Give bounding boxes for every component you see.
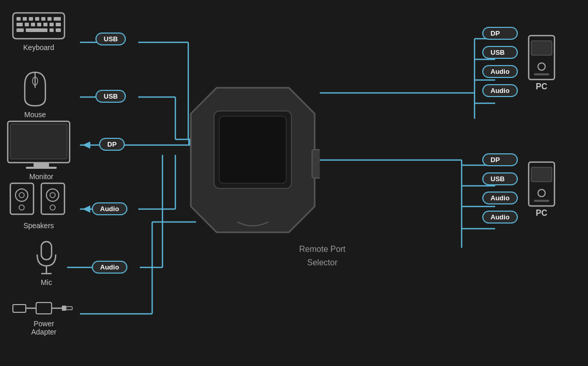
pc2-ports: DP USB Audio Audio bbox=[482, 152, 518, 225]
mic-label: Mic bbox=[41, 278, 52, 287]
pc1-audio2-badge: Audio bbox=[482, 84, 518, 97]
svg-rect-41 bbox=[54, 17, 61, 21]
svg-rect-75 bbox=[66, 307, 72, 310]
keyboard-device: Keyboard bbox=[10, 10, 67, 52]
svg-rect-58 bbox=[26, 167, 57, 169]
svg-rect-40 bbox=[47, 17, 52, 21]
svg-rect-67 bbox=[41, 242, 52, 260]
mic-audio-badge: Audio bbox=[92, 261, 127, 274]
svg-rect-47 bbox=[50, 23, 54, 26]
svg-rect-72 bbox=[36, 303, 52, 314]
pc1-unit: DP USB Audio Audio PC bbox=[482, 26, 557, 98]
pc1-audio1-badge: Audio bbox=[482, 65, 518, 78]
svg-rect-59 bbox=[10, 183, 34, 214]
svg-rect-39 bbox=[41, 17, 45, 21]
svg-rect-52 bbox=[56, 28, 61, 32]
monitor-device: Monitor bbox=[5, 119, 77, 181]
pc2-audio2-badge: Audio bbox=[482, 211, 518, 224]
svg-rect-44 bbox=[31, 23, 35, 26]
mouse-usb-badge: USB bbox=[95, 90, 126, 103]
svg-point-65 bbox=[50, 193, 55, 198]
svg-rect-86 bbox=[534, 200, 549, 202]
kvm-svg bbox=[186, 83, 320, 243]
svg-point-62 bbox=[19, 205, 24, 210]
mouse-label: Mouse bbox=[24, 110, 46, 119]
pc1-label: PC bbox=[536, 82, 547, 91]
power-label1: Power bbox=[34, 320, 54, 328]
speakers-icon bbox=[8, 181, 70, 219]
monitor-icon bbox=[5, 119, 77, 170]
svg-rect-50 bbox=[26, 28, 47, 32]
svg-rect-48 bbox=[56, 23, 61, 26]
keyboard-icon bbox=[10, 10, 67, 41]
svg-point-64 bbox=[46, 189, 59, 201]
svg-rect-57 bbox=[34, 163, 49, 167]
svg-point-81 bbox=[538, 63, 545, 70]
speakers-label: Speakers bbox=[23, 221, 54, 230]
svg-rect-74 bbox=[62, 306, 66, 311]
speakers-device: Speakers bbox=[8, 181, 70, 230]
pc1-usb-badge: USB bbox=[482, 46, 518, 59]
svg-rect-77 bbox=[219, 116, 286, 183]
monitor-dp-badge: DP bbox=[99, 138, 125, 151]
pc2-tower-icon bbox=[526, 160, 557, 209]
svg-point-85 bbox=[538, 189, 545, 197]
pc2-usb-badge: USB bbox=[482, 172, 518, 185]
speakers-audio-badge: Audio bbox=[92, 202, 127, 215]
svg-rect-37 bbox=[29, 17, 33, 21]
power-label2: Adapter bbox=[31, 328, 56, 336]
svg-rect-49 bbox=[17, 28, 24, 32]
svg-rect-82 bbox=[534, 73, 549, 75]
svg-rect-42 bbox=[17, 23, 23, 26]
svg-rect-56 bbox=[10, 124, 67, 159]
svg-rect-38 bbox=[35, 17, 39, 21]
mic-device: Mic bbox=[34, 240, 59, 287]
svg-rect-43 bbox=[25, 23, 29, 26]
svg-rect-80 bbox=[531, 41, 552, 55]
pc2-dp-badge: DP bbox=[482, 153, 518, 166]
svg-point-61 bbox=[19, 193, 24, 198]
svg-rect-46 bbox=[43, 23, 47, 26]
mouse-icon bbox=[20, 70, 51, 108]
svg-rect-35 bbox=[17, 17, 21, 21]
monitor-label: Monitor bbox=[29, 172, 54, 181]
svg-rect-63 bbox=[41, 183, 64, 214]
keyboard-label: Keyboard bbox=[23, 43, 54, 52]
svg-rect-78 bbox=[312, 150, 320, 178]
mouse-device: Mouse bbox=[20, 70, 51, 119]
svg-rect-36 bbox=[23, 17, 27, 21]
svg-rect-45 bbox=[37, 23, 41, 26]
pc2-audio1-badge: Audio bbox=[482, 192, 518, 204]
kvm-unit bbox=[186, 83, 320, 237]
pc2-label: PC bbox=[536, 209, 547, 218]
power-device: Power Adapter bbox=[10, 299, 77, 336]
svg-rect-51 bbox=[50, 28, 54, 32]
remote-port-selector-label: Remote Port Selector bbox=[299, 243, 346, 269]
svg-rect-84 bbox=[531, 167, 552, 182]
diagram-container: Keyboard Mouse Monitor bbox=[0, 0, 588, 366]
pc1-tower-icon bbox=[526, 33, 557, 82]
svg-marker-15 bbox=[83, 205, 90, 213]
svg-point-66 bbox=[50, 205, 55, 210]
pc1-dp-badge: DP bbox=[482, 27, 518, 40]
svg-rect-70 bbox=[13, 305, 26, 312]
power-icon bbox=[10, 299, 77, 317]
svg-point-60 bbox=[15, 189, 28, 201]
kb-usb-badge: USB bbox=[95, 33, 126, 45]
svg-marker-10 bbox=[83, 141, 90, 149]
mic-icon bbox=[34, 240, 59, 276]
pc1-ports: DP USB Audio Audio bbox=[482, 26, 518, 98]
pc2-unit: DP USB Audio Audio PC bbox=[482, 152, 557, 225]
